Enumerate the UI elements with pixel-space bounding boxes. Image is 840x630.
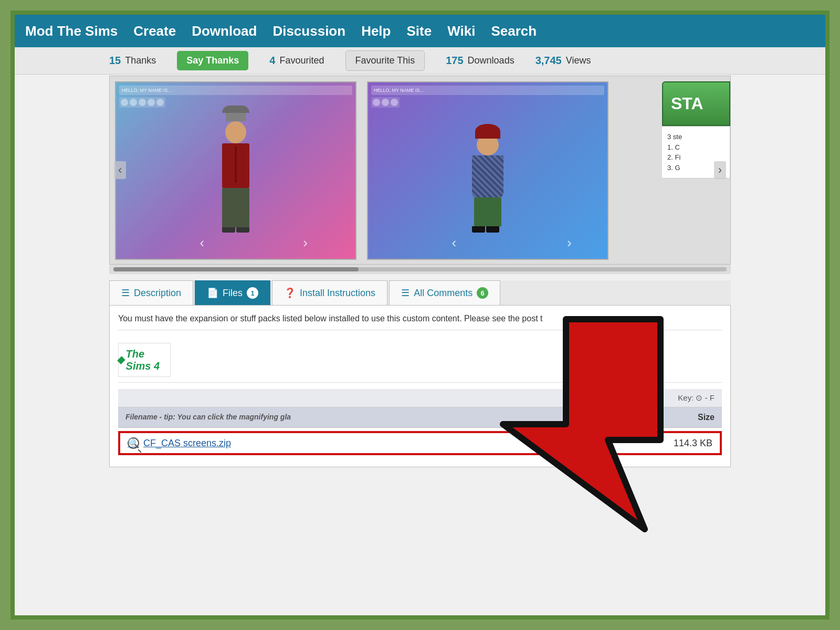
views-label: Views bbox=[566, 55, 591, 66]
sim-ui-bar: HELLO, MY NAME IS... bbox=[119, 86, 352, 95]
sim-head bbox=[225, 121, 246, 143]
views-stat: 3,745 Views bbox=[536, 55, 591, 67]
next-arrow[interactable]: › bbox=[303, 235, 308, 251]
navigation-bar: Mod The Sims Create Download Discussion … bbox=[15, 15, 825, 47]
diamond-icon bbox=[117, 356, 125, 364]
tab-description[interactable]: ☰ Description bbox=[109, 280, 193, 305]
female-legs bbox=[474, 197, 501, 226]
screenshots-container: ‹ HELLO, MY NAME IS... bbox=[109, 76, 731, 265]
next-arrow-2[interactable]: › bbox=[567, 235, 572, 251]
favourited-label: Favourited bbox=[279, 55, 324, 66]
thanks-count: 15 bbox=[109, 55, 121, 67]
thanks-label: Thanks bbox=[125, 55, 156, 66]
scroll-right-arrow[interactable]: › bbox=[714, 161, 726, 179]
filename-header: Filename - tip: You can click the magnif… bbox=[125, 413, 652, 422]
comments-icon: ☰ bbox=[401, 287, 410, 299]
nav-site[interactable]: Site bbox=[406, 23, 432, 39]
site-title[interactable]: Mod The Sims bbox=[25, 23, 118, 39]
female-shoes bbox=[472, 226, 499, 233]
sim-screenshot-1: HELLO, MY NAME IS... bbox=[115, 81, 356, 260]
sim-screenshot-2: HELLO, MY NAME IS... bbox=[367, 81, 608, 260]
sim-icon bbox=[148, 99, 155, 106]
sims4-logo: The Sims 4 bbox=[118, 343, 171, 377]
fem-shoe-r bbox=[486, 226, 499, 233]
sim-body bbox=[222, 143, 249, 188]
female-dress bbox=[472, 155, 503, 197]
sim-title-1: HELLO, MY NAME IS... bbox=[122, 88, 172, 93]
downloads-count: 175 bbox=[446, 55, 463, 67]
shoe-left bbox=[222, 227, 235, 233]
file-table-header: Filename - tip: You can click the magnif… bbox=[118, 407, 722, 428]
screenshot-1[interactable]: HELLO, MY NAME IS... bbox=[115, 81, 356, 260]
sim-icon bbox=[139, 99, 146, 106]
scrollbar-area bbox=[109, 265, 731, 274]
sim-icons-bar-2 bbox=[371, 97, 400, 108]
screenshot-2[interactable]: HELLO, MY NAME IS... bbox=[367, 81, 608, 260]
sim-title-2: HELLO, MY NAME IS... bbox=[374, 88, 424, 93]
sim-icon bbox=[130, 99, 137, 106]
leg-right bbox=[236, 188, 249, 227]
male-sim-figure bbox=[222, 102, 249, 233]
file-icon: 📄 bbox=[207, 287, 218, 299]
stats-bar: 15 Thanks Say Thanks 4 Favourited Favour… bbox=[15, 47, 825, 75]
file-name: CF_CAS screens.zip bbox=[143, 438, 231, 449]
sim-icon-2 bbox=[373, 99, 380, 106]
sim-legs bbox=[222, 188, 249, 227]
favourite-button[interactable]: Favourite This bbox=[345, 50, 425, 71]
list-icon: ☰ bbox=[121, 287, 130, 299]
main-content: ‹ HELLO, MY NAME IS... bbox=[15, 76, 825, 467]
tab-install-instructions[interactable]: ❓ Install Instructions bbox=[272, 280, 387, 305]
say-thanks-button[interactable]: Say Thanks bbox=[177, 51, 248, 70]
tab-files-label: Files bbox=[223, 288, 243, 299]
file-download-link[interactable]: 🔍 CF_CAS screens.zip bbox=[128, 437, 649, 449]
nav-help[interactable]: Help bbox=[361, 23, 391, 39]
leg-left bbox=[222, 188, 235, 227]
tab-comments-label: All Comments bbox=[414, 288, 472, 299]
size-header: Size bbox=[652, 413, 715, 422]
sim-ui-bar-2: HELLO, MY NAME IS... bbox=[371, 86, 604, 95]
scroll-left-arrow[interactable]: ‹ bbox=[114, 161, 126, 179]
nav-wiki[interactable]: Wiki bbox=[447, 23, 475, 39]
fem-leg-l bbox=[474, 197, 487, 226]
sims4-logo-container: The Sims 4 bbox=[118, 338, 722, 383]
files-badge: 1 bbox=[247, 287, 258, 299]
downloads-stat: 175 Downloads bbox=[446, 55, 514, 67]
sim-icon bbox=[121, 99, 128, 106]
sims4-text: The Sims 4 bbox=[126, 348, 170, 372]
tab-install-label: Install Instructions bbox=[300, 288, 375, 299]
question-icon: ❓ bbox=[284, 287, 296, 299]
nav-search[interactable]: Search bbox=[491, 23, 537, 39]
prev-arrow[interactable]: ‹ bbox=[200, 235, 205, 251]
key-bar: Key: ⊙ - F bbox=[118, 389, 722, 407]
file-row[interactable]: 🔍 CF_CAS screens.zip 114.3 KB bbox=[118, 431, 722, 455]
views-count: 3,745 bbox=[536, 55, 562, 67]
fem-shoe-l bbox=[472, 226, 485, 233]
fem-leg-r bbox=[488, 197, 501, 226]
jacket-line bbox=[235, 146, 237, 183]
sim-icon bbox=[156, 99, 164, 106]
hat-brim bbox=[222, 106, 249, 113]
favourited-stat: 4 Favourited bbox=[269, 55, 324, 67]
scrollbar-thumb[interactable] bbox=[113, 267, 359, 271]
nav-discussion[interactable]: Discussion bbox=[272, 23, 345, 39]
scrollbar-track[interactable] bbox=[113, 267, 727, 271]
start-button[interactable]: STA bbox=[662, 81, 730, 126]
tab-files[interactable]: 📄 Files 1 bbox=[195, 280, 270, 305]
comments-badge: 6 bbox=[477, 287, 488, 299]
nav-download[interactable]: Download bbox=[192, 23, 257, 39]
shoe-right bbox=[236, 227, 249, 233]
content-area: You must have the expansion or stuff pac… bbox=[109, 306, 731, 467]
sim-icon-2 bbox=[382, 99, 389, 106]
downloads-label: Downloads bbox=[468, 55, 514, 66]
requirement-text: You must have the expansion or stuff pac… bbox=[118, 314, 722, 330]
magnify-icon[interactable]: 🔍 bbox=[128, 437, 139, 449]
tab-description-label: Description bbox=[134, 288, 181, 299]
female-sim-figure bbox=[472, 120, 503, 233]
favourited-count: 4 bbox=[269, 55, 275, 67]
tabs-container: ☰ Description 📄 Files 1 ❓ Install Instru… bbox=[109, 280, 731, 306]
thanks-stat: 15 Thanks bbox=[109, 55, 156, 67]
prev-arrow-2[interactable]: ‹ bbox=[452, 235, 457, 251]
tab-comments[interactable]: ☰ All Comments 6 bbox=[389, 280, 500, 305]
nav-create[interactable]: Create bbox=[133, 23, 176, 39]
file-size: 114.3 KB bbox=[649, 438, 712, 449]
